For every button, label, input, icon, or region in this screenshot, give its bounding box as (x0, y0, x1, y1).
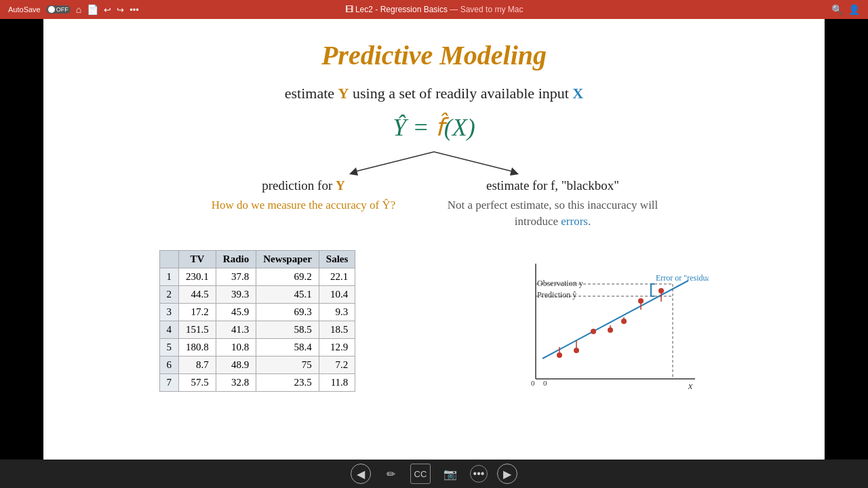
table-cell-index: 2 (159, 285, 179, 303)
redo-icon[interactable]: ↪ (117, 5, 124, 15)
col-header-radio: Radio (216, 250, 256, 268)
svg-line-2 (434, 152, 515, 172)
arrows-svg (264, 148, 604, 176)
chart-svg: Error or "residual" Observation y Predic… (505, 250, 709, 406)
table-cell: 32.8 (216, 373, 256, 391)
home-icon[interactable]: ⌂ (76, 4, 81, 15)
formula-x: (X) (444, 114, 475, 141)
right-branch: estimate for f, "blackbox" Not a perfect… (434, 178, 671, 230)
topbar-center: 🎞 Lec2 - Regression Basics — Saved to my… (345, 5, 524, 14)
table-cell: 11.8 (319, 373, 355, 391)
table-body: 1230.137.869.222.1244.539.345.110.4317.2… (159, 268, 355, 391)
more-button[interactable]: ••• (470, 465, 488, 483)
svg-point-18 (638, 298, 644, 304)
bottom-section: TV Radio Newspaper Sales 1230.137.869.22… (84, 250, 784, 406)
slide-content: Predictive Modeling estimate Y using a s… (43, 19, 825, 460)
formula-yhat: Ŷ = (393, 114, 435, 141)
subtitle-x: X (572, 85, 583, 102)
left-branch: prediction for Y How do we measure the a… (197, 178, 410, 214)
autosave-toggle[interactable]: OFF (46, 5, 71, 14)
table-cell: 9.3 (319, 303, 355, 321)
camera-button[interactable]: 📷 (440, 464, 460, 484)
table-cell-index: 3 (159, 303, 179, 321)
table-cell: 69.2 (256, 268, 319, 285)
svg-point-12 (591, 329, 596, 334)
table-cell: 10.8 (216, 338, 256, 356)
svg-text:Observation y: Observation y (537, 279, 583, 288)
formula: Ŷ = f̂(X) (393, 113, 475, 142)
svg-point-8 (557, 352, 562, 358)
table-row: 244.539.345.110.4 (159, 285, 355, 303)
table-cell: 22.1 (319, 268, 355, 285)
table-cell: 58.4 (256, 338, 319, 356)
right-sub-pre: Not a perfect estimate, so this inaccura… (448, 199, 658, 228)
table-cell: 69.3 (256, 303, 319, 321)
table-row: 4151.541.358.518.5 (159, 321, 355, 338)
svg-text:Error or "residual": Error or "residual" (656, 273, 709, 283)
svg-marker-3 (510, 167, 519, 176)
col-header-index (159, 250, 179, 268)
svg-line-0 (353, 152, 434, 172)
table-header-row: TV Radio Newspaper Sales (159, 250, 355, 268)
saved-status: Saved to my Mac (460, 5, 524, 14)
topbar-right: 🔍 👤 (831, 4, 860, 15)
toggle-circle (48, 6, 55, 13)
table-cell: 23.5 (256, 373, 319, 391)
topbar-left: AutoSave OFF ⌂ 📄 ↩ ↪ ••• (8, 4, 139, 15)
edit-button[interactable]: ✏ (380, 464, 401, 484)
table-cell: 10.4 (319, 285, 355, 303)
errors-word: errors (561, 215, 588, 228)
formula-fhat: f̂ (435, 114, 444, 141)
table-cell: 41.3 (216, 321, 256, 338)
table-cell: 57.5 (179, 373, 216, 391)
table-row: 317.245.969.39.3 (159, 303, 355, 321)
search-icon[interactable]: 🔍 (831, 4, 843, 15)
diagram: prediction for Y How do we measure the a… (197, 178, 671, 230)
table-cell: 45.1 (256, 285, 319, 303)
right-branch-title: estimate for f, "blackbox" (434, 178, 671, 193)
table-cell-index: 5 (159, 338, 179, 356)
slide-title: Predictive Modeling (321, 39, 547, 71)
left-pre: prediction for (262, 178, 336, 192)
table-cell: 75 (256, 356, 319, 373)
subtitle-pre: estimate (285, 85, 338, 102)
table-cell: 44.5 (179, 285, 216, 303)
table-cell: 230.1 (179, 268, 216, 285)
svg-text:0: 0 (531, 379, 535, 387)
right-branch-sub: Not a perfect estimate, so this inaccura… (434, 197, 671, 230)
back-button[interactable]: ◀ (351, 464, 371, 484)
table-cell-index: 6 (159, 356, 179, 373)
table-cell: 45.9 (216, 303, 256, 321)
more-icon[interactable]: ••• (130, 5, 139, 15)
table-row: 757.532.823.511.8 (159, 373, 355, 391)
col-header-sales: Sales (319, 250, 355, 268)
cc-button[interactable]: CC (410, 464, 431, 484)
bottombar: ◀ ✏ CC 📷 ••• ▶ (0, 460, 868, 488)
subtitle-y: Y (338, 85, 349, 102)
table-cell-index: 1 (159, 268, 179, 285)
undo-icon[interactable]: ↩ (104, 5, 111, 15)
col-header-tv: TV (179, 250, 216, 268)
topbar: AutoSave OFF ⌂ 📄 ↩ ↪ ••• 🎞 Lec2 - Regres… (0, 0, 868, 19)
table-cell-index: 4 (159, 321, 179, 338)
table-cell: 151.5 (179, 321, 216, 338)
table-cell: 180.8 (179, 338, 216, 356)
table-cell: 48.9 (216, 356, 256, 373)
autosave-label: AutoSave (8, 5, 41, 14)
table-row: 1230.137.869.222.1 (159, 268, 355, 285)
svg-text:x: x (688, 381, 693, 391)
left-branch-sub: How do we measure the accuracy of Ŷ? (197, 197, 410, 214)
table-cell: 18.5 (319, 321, 355, 338)
saved-label: — (450, 5, 460, 14)
table-cell: 39.3 (216, 285, 256, 303)
share-icon[interactable]: 👤 (848, 4, 860, 15)
data-table: TV Radio Newspaper Sales 1230.137.869.22… (159, 250, 356, 392)
forward-button[interactable]: ▶ (497, 464, 517, 484)
table-cell: 7.2 (319, 356, 355, 373)
file-icon[interactable]: 📄 (87, 4, 98, 15)
left-y: Y (336, 178, 345, 192)
svg-point-16 (621, 319, 627, 324)
table-cell: 17.2 (179, 303, 216, 321)
svg-point-10 (574, 348, 579, 353)
chart-area: Error or "residual" Observation y Predic… (505, 250, 709, 406)
